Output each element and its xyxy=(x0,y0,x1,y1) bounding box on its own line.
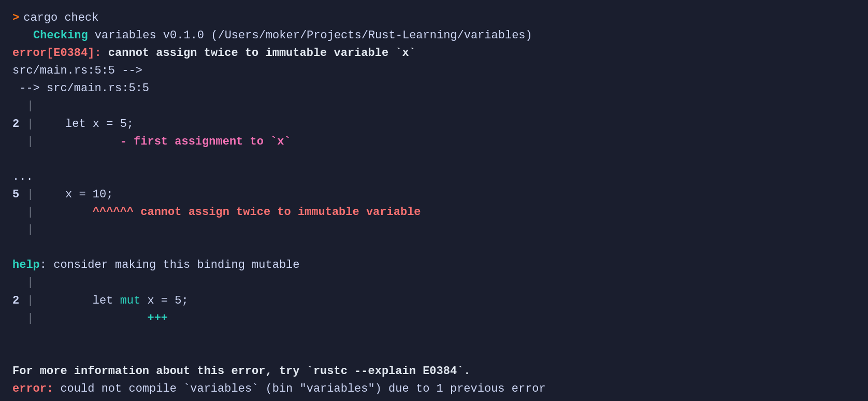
help-line: help : consider making this binding muta… xyxy=(12,256,856,274)
spacer-6 xyxy=(12,327,856,345)
footer-error-text: could not compile `variables` (bin "vari… xyxy=(53,380,546,398)
caret-error-msg: cannot assign twice to immutable variabl… xyxy=(134,204,421,221)
spacer-3: | xyxy=(12,221,856,239)
help-rest: x = 5; xyxy=(140,292,188,310)
command-text: cargo check xyxy=(23,9,98,27)
plusses-line: | +++ xyxy=(12,310,856,327)
code-line-5: 5 | x = 10; xyxy=(12,186,856,204)
command-line: > cargo check xyxy=(12,9,856,27)
ellipsis-line: ... xyxy=(12,168,856,186)
spacer-5: | xyxy=(12,274,856,292)
line-num-5: 5 xyxy=(12,186,27,204)
spacer-2 xyxy=(12,151,856,168)
note-bold: first assignment to xyxy=(134,133,264,151)
pipe-2: | xyxy=(27,116,34,133)
spacer-1: | xyxy=(12,97,856,115)
pipe-help-2: | xyxy=(27,292,34,310)
help-text: : consider making this binding mutable xyxy=(40,256,300,274)
gutter-empty-3 xyxy=(12,221,27,239)
error-code-message: cannot assign twice to immutable variabl… xyxy=(102,45,416,62)
help-label: help xyxy=(12,256,40,274)
gutter-caret xyxy=(12,204,27,221)
pipe-5b: | xyxy=(27,274,34,292)
help-mut: mut xyxy=(120,292,141,310)
gutter-empty-5 xyxy=(12,274,27,292)
error-header-line: error[E0384]: cannot assign twice to imm… xyxy=(12,45,856,62)
error-code-label: error[E0384]: xyxy=(12,45,102,62)
prompt-arrow: > xyxy=(12,9,19,27)
line-num-2: 2 xyxy=(12,116,27,133)
file-location: src/main.rs:5:5 xyxy=(47,80,149,97)
ellipsis: ... xyxy=(12,168,33,186)
checking-label: Checking xyxy=(33,27,88,45)
plusses: +++ xyxy=(120,310,168,327)
gutter-empty-1 xyxy=(12,97,27,115)
code-2: let x = 5; xyxy=(38,116,134,133)
arrow-label: --> xyxy=(12,80,47,97)
help-line-num-2: 2 xyxy=(12,292,27,310)
footer-info-line: For more information about this error, t… xyxy=(12,363,856,380)
footer-error-line: error: could not compile `variables` (bi… xyxy=(12,380,856,398)
checking-text: variables v0.1.0 (/Users/moker/Projects/… xyxy=(88,27,532,45)
footer-info: For more information about this error, t… xyxy=(12,363,471,380)
gutter-plusses xyxy=(12,310,27,327)
first-assignment-line: | - first assignment to `x` xyxy=(12,133,856,151)
spacer-4 xyxy=(12,239,856,256)
footer-error-label: error: xyxy=(12,380,53,398)
pipe-note-2: | xyxy=(27,133,34,151)
note-var: `x` xyxy=(264,133,291,151)
help-let: let xyxy=(93,292,120,310)
note-dash: - xyxy=(120,133,134,151)
terminal-output: > cargo check Checking variables v0.1.0 … xyxy=(12,9,856,398)
pipe-5: | xyxy=(27,186,34,204)
spacer-7 xyxy=(12,345,856,363)
pipe-3: | xyxy=(27,221,34,239)
pipe-caret: | xyxy=(27,204,34,221)
file-location-line: --> src/main.rs:5:5 xyxy=(12,80,856,97)
pipe-plusses: | xyxy=(27,310,34,327)
checking-line: Checking variables v0.1.0 (/Users/moker/… xyxy=(12,27,856,45)
code-line-2: 2 | let x = 5; xyxy=(12,116,856,133)
carets: ^^^^^^ xyxy=(93,204,134,221)
code-5: x = 10; xyxy=(38,186,113,204)
help-code-line-2: 2 | let mut x = 5; xyxy=(12,292,856,310)
caret-line: | ^^^^^^ cannot assign twice to immutabl… xyxy=(12,204,856,221)
gutter-note-2 xyxy=(12,133,27,151)
pipe-1: | xyxy=(27,97,34,115)
